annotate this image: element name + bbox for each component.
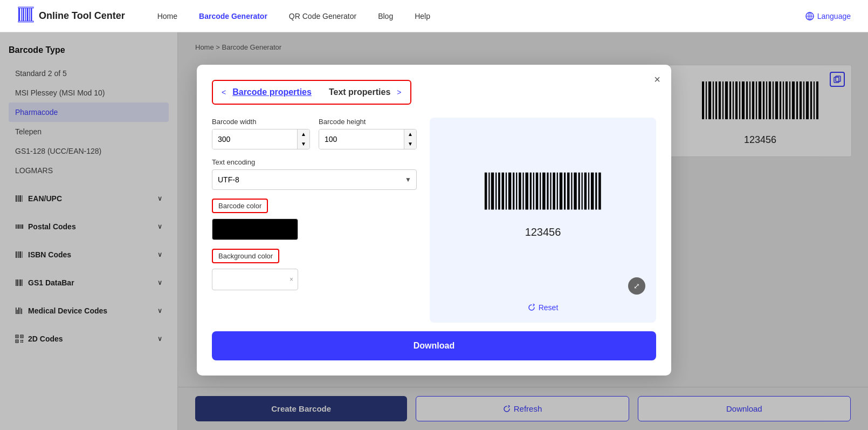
svg-rect-92: [506, 172, 507, 209]
height-up-button[interactable]: ▲: [404, 129, 416, 139]
tab-left-arrow: <: [222, 88, 226, 97]
clear-background-color-button[interactable]: ×: [290, 276, 293, 283]
svg-rect-6: [31, 8, 32, 21]
tab-right-arrow: >: [397, 88, 401, 97]
svg-rect-100: [533, 172, 534, 209]
reset-button[interactable]: Reset: [528, 303, 559, 312]
svg-rect-87: [488, 172, 490, 209]
svg-rect-2: [23, 8, 24, 21]
svg-rect-0: [18, 8, 20, 21]
svg-rect-109: [564, 172, 566, 209]
modal-inner: Barcode width ▲ ▼ Barcode height: [212, 118, 656, 323]
height-down-button[interactable]: ▼: [404, 139, 416, 149]
modal-barcode-svg: [484, 168, 602, 222]
svg-rect-101: [536, 172, 539, 209]
dimensions-row: Barcode width ▲ ▼ Barcode height: [212, 118, 417, 149]
background-color-label: Background color: [212, 249, 279, 263]
logo: Online Tool Center: [17, 6, 125, 26]
language-label: Language: [817, 12, 851, 21]
height-input[interactable]: [319, 129, 404, 149]
nav-home[interactable]: Home: [157, 12, 177, 21]
width-label: Barcode width: [212, 118, 310, 126]
nav-qr-gen[interactable]: QR Code Generator: [289, 12, 356, 21]
main-nav: Home Barcode Generator QR Code Generator…: [157, 12, 805, 21]
tab-text-props[interactable]: Text properties: [325, 85, 395, 99]
svg-rect-91: [501, 172, 504, 209]
zoom-icon: ⤢: [633, 282, 640, 290]
modal-barcode-number: 123456: [525, 226, 561, 238]
properties-modal: × < Barcode properties Text properties >…: [197, 65, 671, 376]
svg-rect-102: [540, 172, 541, 209]
svg-rect-119: [598, 172, 601, 209]
svg-rect-5: [29, 8, 30, 21]
svg-rect-113: [578, 172, 580, 209]
svg-rect-110: [567, 172, 570, 209]
svg-rect-99: [530, 172, 532, 209]
svg-rect-93: [508, 172, 512, 209]
width-group: Barcode width ▲ ▼: [212, 118, 310, 149]
svg-rect-89: [495, 172, 497, 209]
svg-rect-88: [491, 172, 494, 209]
svg-rect-97: [522, 172, 523, 209]
language-button[interactable]: Language: [805, 12, 851, 21]
svg-rect-104: [547, 172, 548, 209]
height-stepper-btns: ▲ ▼: [404, 129, 416, 149]
svg-rect-96: [519, 172, 521, 209]
logo-icon: [17, 6, 35, 26]
background-color-section: Background color ×: [212, 249, 417, 290]
svg-rect-7: [18, 7, 33, 8]
svg-rect-111: [571, 172, 572, 209]
modal-barcode-preview: 123456 ⤢ Reset: [430, 118, 656, 323]
svg-rect-1: [21, 8, 22, 21]
height-group: Barcode height ▲ ▼: [319, 118, 417, 149]
width-down-button[interactable]: ▼: [298, 139, 309, 149]
height-label: Barcode height: [319, 118, 417, 126]
svg-rect-107: [557, 172, 558, 209]
encoding-select[interactable]: UTF-8 ISO-8859-1 ASCII: [212, 169, 417, 190]
svg-rect-112: [574, 172, 577, 209]
tab-barcode-props[interactable]: Barcode properties: [228, 85, 316, 99]
header: Online Tool Center Home Barcode Generato…: [0, 0, 868, 32]
svg-rect-3: [25, 8, 26, 21]
svg-rect-98: [525, 172, 528, 209]
nav-barcode-gen[interactable]: Barcode Generator: [199, 12, 267, 21]
encoding-select-wrapper: UTF-8 ISO-8859-1 ASCII ▼: [212, 169, 417, 190]
nav-blog[interactable]: Blog: [378, 12, 393, 21]
encoding-label: Text encoding: [212, 158, 417, 166]
svg-rect-8: [18, 21, 33, 22]
svg-rect-116: [588, 172, 589, 209]
barcode-color-swatch[interactable]: [212, 219, 298, 240]
barcode-preview-area: 123456: [440, 128, 645, 277]
svg-rect-105: [550, 172, 551, 209]
height-stepper: ▲ ▼: [319, 129, 417, 149]
width-stepper-btns: ▲ ▼: [297, 129, 309, 149]
svg-rect-108: [560, 172, 563, 209]
modal-tabs: < Barcode properties Text properties >: [212, 80, 411, 105]
width-input[interactable]: [212, 129, 297, 149]
svg-rect-114: [582, 172, 583, 209]
svg-rect-117: [591, 172, 594, 209]
svg-rect-106: [553, 172, 555, 209]
svg-rect-95: [516, 172, 517, 209]
width-up-button[interactable]: ▲: [298, 129, 309, 139]
encoding-group: Text encoding UTF-8 ISO-8859-1 ASCII ▼: [212, 158, 417, 190]
svg-rect-4: [27, 8, 29, 21]
logo-text: Online Tool Center: [39, 10, 125, 22]
svg-rect-90: [498, 172, 500, 209]
barcode-color-label: Barcode color: [212, 199, 268, 213]
reset-label: Reset: [539, 303, 559, 312]
svg-rect-86: [485, 172, 487, 209]
modal-form: Barcode width ▲ ▼ Barcode height: [212, 118, 417, 323]
width-stepper: ▲ ▼: [212, 129, 310, 149]
svg-rect-115: [584, 172, 587, 209]
svg-rect-118: [595, 172, 597, 209]
barcode-svg-container: 123456: [484, 168, 602, 238]
barcode-color-section: Barcode color: [212, 199, 417, 240]
svg-rect-94: [513, 172, 514, 209]
zoom-button[interactable]: ⤢: [628, 277, 645, 295]
modal-close-button[interactable]: ×: [654, 73, 660, 86]
nav-help[interactable]: Help: [415, 12, 430, 21]
background-color-swatch[interactable]: ×: [212, 269, 298, 290]
svg-rect-103: [542, 172, 546, 209]
modal-download-button[interactable]: Download: [212, 331, 656, 360]
